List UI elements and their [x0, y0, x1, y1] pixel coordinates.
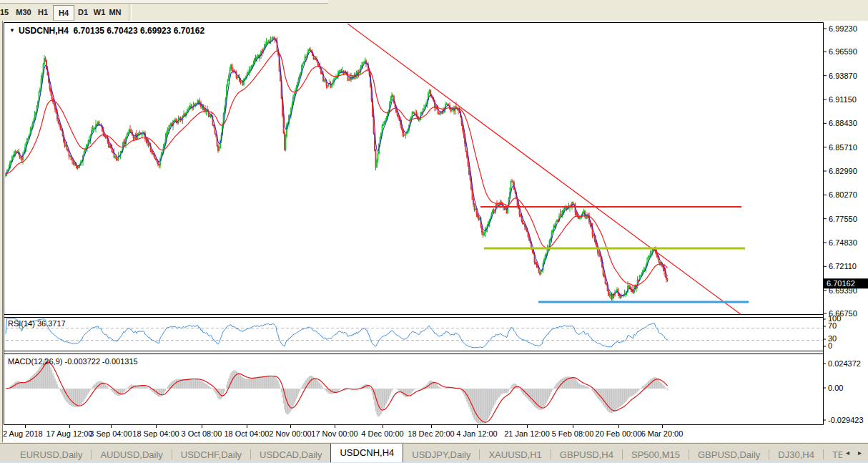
macd-axis-label: -0.029423: [828, 416, 864, 424]
rsi-indicator-label: RSI(14) 36.3717: [8, 319, 66, 328]
time-axis-label: 4 Dec 00:00: [361, 429, 403, 438]
rsi-axis-label: 0: [828, 341, 832, 350]
descending-trendline[interactable]: [347, 24, 741, 315]
current-price-badge-text: 6.70162: [827, 279, 855, 288]
tab-scroll-right-icon[interactable]: ▸: [858, 447, 862, 459]
time-axis-label: 5 Feb 08:00: [552, 429, 594, 438]
macd-signal-line: [6, 362, 668, 422]
chart-tab-usdcnh[interactable]: USDCNH,H4: [330, 444, 403, 462]
price-axis-label: 6.96590: [829, 47, 857, 56]
price-axis-label: 6.80270: [829, 190, 857, 199]
chart-symbol: USDCNH,H4: [19, 26, 69, 36]
time-axis-label: 21 Jan 12:00: [504, 429, 550, 438]
price-axis-label: 6.88430: [829, 119, 857, 127]
macd-axis-label: 0.00: [828, 384, 843, 392]
chart-tab-audusd[interactable]: AUDUSD,Daily: [92, 446, 171, 462]
time-axis-label: 6 Mar 20:00: [641, 429, 684, 438]
time-axis-label: 4 Jan 12:00: [456, 429, 498, 438]
macd-axis-label: 0.024372: [828, 359, 861, 368]
price-axis-label: 6.82990: [829, 167, 857, 175]
rsi-line: [6, 318, 668, 348]
chart-tab-bar: EURUSD,DailyAUDUSD,DailyUSDCHF,DailyUSDC…: [0, 443, 868, 462]
time-axis-label: 17 Aug 12:00: [46, 429, 93, 438]
price-axis-label: 6.91150: [829, 95, 857, 104]
symbol-dropdown-triangle-icon[interactable]: ▼: [9, 27, 15, 34]
macd-indicator-label: MACD(12,26,9) -0.003722 -0.001315: [8, 357, 138, 366]
ma-slow-line: [6, 52, 668, 286]
price-axis-label: 6.93870: [829, 72, 857, 80]
metatrader-window: 15M30H1H4D1W1MN 6.992306.965906.938706.9…: [0, 0, 868, 463]
chart-ohlc-values: 6.70135 6.70423 6.69923 6.70162: [74, 26, 205, 36]
time-axis-label: 18 Dec 20:00: [408, 429, 454, 438]
price-axis-label: 6.74830: [829, 238, 857, 247]
chart-tab-tech100[interactable]: TECH100,H1: [824, 446, 842, 462]
time-axis-label: 3 Oct 08:00: [182, 429, 222, 438]
chart-tab-gbpusd[interactable]: GBPUSD,Daily: [689, 446, 769, 462]
chart-tab-gbpusd[interactable]: GBPUSD,H4: [551, 446, 622, 462]
price-axis-label: 6.99230: [829, 24, 857, 33]
chart-canvas-svg[interactable]: 6.992306.965906.938706.911506.884306.857…: [0, 0, 868, 463]
chart-tab-usdchf[interactable]: USDCHF,Daily: [172, 446, 250, 462]
time-axis-label: 18 Oct 04:00: [225, 429, 270, 438]
price-axis-label: 6.85710: [829, 143, 857, 152]
rsi-axis-label: 70: [828, 321, 837, 330]
time-axis-label: 17 Nov 00:00: [311, 429, 357, 438]
chart-tabs: EURUSD,DailyAUDUSD,DailyUSDCHF,DailyUSDC…: [0, 444, 842, 462]
time-axis-label: 2 Nov 00:00: [269, 429, 311, 438]
time-axis-label: 20 Feb 00:00: [596, 429, 642, 438]
chart-tab-usdcad[interactable]: USDCAD,Daily: [251, 446, 330, 462]
tab-scroll-left-icon[interactable]: ◂: [846, 447, 849, 459]
price-axis-label: 6.72110: [829, 262, 857, 271]
chart-tab-dj30[interactable]: DJ30,H4: [769, 446, 823, 462]
time-axis-label: 3 Sep 04:00: [89, 429, 132, 438]
chart-tab-sp500[interactable]: SP500,M15: [623, 446, 689, 462]
chart-tab-eurusd[interactable]: EURUSD,Daily: [11, 446, 91, 462]
time-axis-label: 18 Sep 04:00: [132, 429, 179, 438]
price-axis-label: 6.77550: [829, 215, 857, 223]
chart-tab-xauusd[interactable]: XAUUSD,H1: [480, 446, 550, 462]
chart-tab-usdjpy[interactable]: USDJPY,Daily: [403, 446, 479, 462]
time-axis-label: 2 Aug 2018: [3, 429, 43, 438]
chart-title: ▼USDCNH,H4 6.70135 6.70423 6.69923 6.701…: [9, 26, 204, 36]
